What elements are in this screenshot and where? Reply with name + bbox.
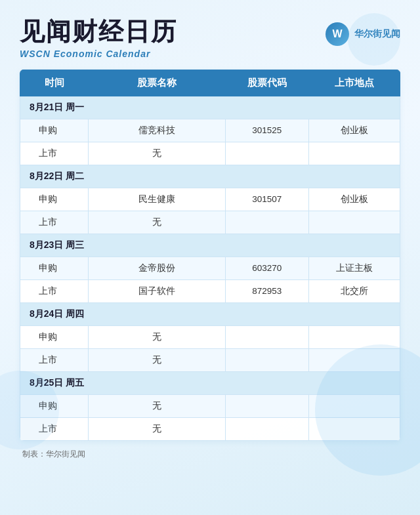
header: 见闻财经日历 WSCN Economic Calendar W 华尔街见闻	[20, 18, 400, 59]
col-header-time: 时间	[20, 70, 89, 96]
deco-circle-3	[348, 13, 400, 66]
footer-credit: 制表：华尔街见闻	[22, 449, 85, 459]
col-header-code: 股票代码	[225, 70, 308, 96]
name-cell: 无	[89, 348, 225, 371]
name-cell: 儒竞科技	[89, 119, 225, 142]
market-cell	[309, 211, 400, 234]
table-row: 上市国子软件872953北交所	[20, 279, 400, 302]
name-cell: 无	[89, 325, 225, 348]
table-row: 上市无	[20, 142, 400, 165]
type-cell: 申购	[20, 325, 89, 348]
name-cell: 无	[89, 394, 225, 417]
code-cell	[225, 142, 308, 165]
table-header-row: 时间 股票名称 股票代码 上市地点	[20, 70, 400, 96]
date-cell: 8月21日 周一	[20, 96, 400, 119]
date-row: 8月22日 周二	[20, 165, 400, 188]
type-cell: 申购	[20, 257, 89, 279]
market-cell: 北交所	[309, 279, 400, 302]
code-cell	[225, 417, 308, 440]
type-cell: 上市	[20, 211, 89, 234]
code-cell	[225, 348, 308, 371]
name-cell: 国子软件	[89, 279, 225, 302]
type-cell: 上市	[20, 348, 89, 371]
market-cell: 创业板	[309, 188, 400, 211]
type-cell: 申购	[20, 188, 89, 211]
col-header-name: 股票名称	[89, 70, 225, 96]
code-cell	[225, 394, 308, 417]
table-row: 上市无	[20, 211, 400, 234]
name-cell: 无	[89, 417, 225, 440]
code-cell	[225, 325, 308, 348]
type-cell: 上市	[20, 142, 89, 165]
code-cell: 872953	[225, 279, 308, 302]
market-cell: 上证主板	[309, 257, 400, 279]
code-cell: 603270	[225, 257, 308, 279]
col-header-market: 上市地点	[309, 70, 400, 96]
type-cell: 上市	[20, 279, 89, 302]
market-cell: 创业板	[309, 119, 400, 142]
table-row: 申购民生健康301507创业板	[20, 188, 400, 211]
page-wrapper: 见闻财经日历 WSCN Economic Calendar W 华尔街见闻 时间…	[0, 0, 420, 515]
name-cell: 无	[89, 142, 225, 165]
name-cell: 民生健康	[89, 188, 225, 211]
table-row: 申购无	[20, 325, 400, 348]
code-cell	[225, 211, 308, 234]
logo-icon: W	[326, 22, 349, 46]
name-cell: 无	[89, 211, 225, 234]
name-cell: 金帝股份	[89, 257, 225, 279]
code-cell: 301507	[225, 188, 308, 211]
date-cell: 8月22日 周二	[20, 165, 400, 188]
date-row: 8月21日 周一	[20, 96, 400, 119]
date-row: 8月24日 周四	[20, 302, 400, 325]
date-cell: 8月24日 周四	[20, 302, 400, 325]
main-title: 见闻财经日历	[20, 18, 177, 46]
type-cell: 申购	[20, 119, 89, 142]
market-cell	[309, 142, 400, 165]
date-row: 8月23日 周三	[20, 234, 400, 257]
table-row: 申购儒竞科技301525创业板	[20, 119, 400, 142]
sub-title: WSCN Economic Calendar	[20, 49, 177, 59]
table-row: 申购金帝股份603270上证主板	[20, 257, 400, 279]
date-cell: 8月23日 周三	[20, 234, 400, 257]
header-left: 见闻财经日历 WSCN Economic Calendar	[20, 18, 177, 59]
code-cell: 301525	[225, 119, 308, 142]
